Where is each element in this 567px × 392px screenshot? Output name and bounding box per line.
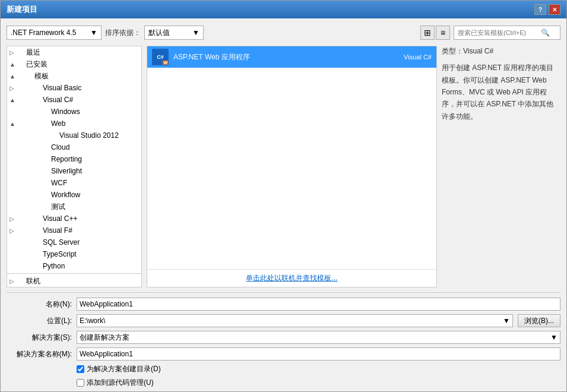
- right-panel-type: 类型：Visual C#: [442, 46, 560, 57]
- search-icon: 🔍: [541, 29, 550, 37]
- checkboxes-row: 为解决方案创建目录(D): [77, 364, 560, 374]
- expand-icon-vfsharp: ▷: [9, 227, 18, 234]
- tree-label-reporting: Reporting: [18, 155, 82, 163]
- name-label: 名称(N):: [7, 299, 72, 309]
- tree-item-silverlight[interactable]: Silverlight: [7, 165, 141, 177]
- expand-icon: ▷: [9, 49, 18, 56]
- expand-icon-installed: ▲: [9, 61, 18, 68]
- online-link-text[interactable]: 单击此处以联机并查找模板...: [246, 274, 337, 282]
- tree-item-vs2012[interactable]: Visual Studio 2012: [7, 129, 141, 141]
- checkbox1-label: 为解决方案创建目录(D): [87, 364, 161, 374]
- solution-select[interactable]: 创建新解决方案 ▼: [77, 331, 560, 344]
- tree-label-cloud: Cloud: [18, 143, 69, 151]
- search-input[interactable]: [458, 29, 541, 36]
- tree-item-vcsharp[interactable]: ▲ Visual C#: [7, 94, 141, 106]
- tree-item-web[interactable]: ▲ Web: [7, 118, 141, 129]
- sort-label: 排序依据：: [105, 28, 141, 38]
- tree-item-templates[interactable]: ▲ 模板: [7, 70, 141, 82]
- solution-name-input[interactable]: [77, 347, 560, 361]
- name-input[interactable]: [77, 298, 560, 311]
- tree-label-python: Python: [18, 262, 65, 270]
- checkbox1-item: 为解决方案创建目录(D): [77, 364, 161, 374]
- tree-item-typescript[interactable]: TypeScript: [7, 248, 141, 260]
- browse-button[interactable]: 浏览(B)...: [518, 314, 560, 327]
- tree-item-vcpp[interactable]: ▷ Visual C++: [7, 213, 141, 225]
- sort-value: 默认值: [148, 28, 170, 38]
- framework-label: .NET Framework 4.5: [11, 29, 76, 37]
- checkboxes-row2: 添加到源代码管理(U): [77, 378, 560, 388]
- tree-label-online: 联机: [18, 276, 40, 286]
- tree-label-vfsharp: Visual F#: [18, 226, 72, 235]
- online-link: 单击此处以联机并查找模板...: [147, 269, 436, 287]
- template-name-aspnet: ASP.NET Web 应用程序: [173, 52, 404, 62]
- tree-item-sql[interactable]: SQL Server: [7, 236, 141, 248]
- location-row: 位置(L): E:\work\ ▼ 浏览(B)...: [7, 314, 560, 327]
- top-toolbar: .NET Framework 4.5 ▼ 排序依据： 默认值 ▼ ⊞ ≡ 🔍: [7, 24, 560, 41]
- tree-item-windows[interactable]: Windows: [7, 106, 141, 118]
- tree-label-templates: 模板: [18, 71, 49, 81]
- grid-view-button[interactable]: ⊞: [420, 26, 435, 40]
- tree-label-vbasic: Visual Basic: [18, 84, 81, 92]
- solution-name-label: 解决方案名称(M):: [7, 349, 72, 359]
- help-button[interactable]: ?: [534, 4, 546, 15]
- new-project-dialog: 新建项目 ? ✕ .NET Framework 4.5 ▼ 排序依据： 默认值 …: [0, 0, 567, 392]
- right-panel-description: 用于创建 ASP.NET 应用程序的项目模板。你可以创建 ASP.NET Web…: [442, 62, 560, 122]
- tree-item-python[interactable]: Python: [7, 260, 141, 272]
- sort-dropdown[interactable]: 默认值 ▼: [144, 26, 204, 40]
- tree-item-online[interactable]: ▷ 联机: [7, 275, 141, 287]
- title-bar: 新建项目 ? ✕: [1, 1, 566, 18]
- solution-name-row: 解决方案名称(M):: [7, 347, 560, 361]
- tree-label-test: 测试: [18, 202, 65, 212]
- solution-label: 解决方案(S):: [7, 333, 72, 343]
- bottom-form: 名称(N): 位置(L): E:\work\ ▼ 浏览(B)... 解决方案(S…: [7, 292, 560, 392]
- create-dir-checkbox[interactable]: [77, 365, 84, 373]
- tree-label-workflow: Workflow: [18, 191, 80, 199]
- framework-dropdown[interactable]: .NET Framework 4.5 ▼: [7, 26, 102, 40]
- search-box[interactable]: 🔍: [454, 26, 560, 40]
- expand-icon-templates: ▲: [9, 73, 18, 80]
- dialog-body: .NET Framework 4.5 ▼ 排序依据： 默认值 ▼ ⊞ ≡ 🔍: [1, 18, 566, 392]
- checkbox2-label: 添加到源代码管理(U): [87, 378, 154, 388]
- tree-item-installed[interactable]: ▲ 已安装: [7, 58, 141, 70]
- template-tag-aspnet: Visual C#: [404, 53, 432, 61]
- dialog-title: 新建项目: [7, 4, 37, 15]
- expand-icon-vcsharp: ▲: [9, 97, 18, 103]
- close-button[interactable]: ✕: [549, 4, 560, 15]
- sort-arrow: ▼: [192, 29, 199, 37]
- middle-panel: C# W ASP.NET Web 应用程序 Visual C# 单击此处以联机并…: [147, 46, 437, 287]
- tree-label-silverlight: Silverlight: [18, 167, 82, 175]
- location-select[interactable]: E:\work\ ▼: [77, 314, 513, 327]
- tree-label-sql: SQL Server: [18, 238, 80, 246]
- template-item-aspnet[interactable]: C# W ASP.NET Web 应用程序 Visual C#: [147, 46, 436, 68]
- add-source-control-checkbox[interactable]: [77, 379, 84, 387]
- list-view-button[interactable]: ≡: [436, 26, 450, 40]
- solution-row: 解决方案(S): 创建新解决方案 ▼: [7, 331, 560, 344]
- tree-label-installed: 已安装: [18, 59, 47, 69]
- tree-item-reporting[interactable]: Reporting: [7, 153, 141, 165]
- location-label: 位置(L):: [7, 316, 72, 326]
- tree-item-wcf[interactable]: WCF: [7, 177, 141, 189]
- tree-item-workflow[interactable]: Workflow: [7, 189, 141, 201]
- framework-arrow: ▼: [90, 29, 97, 37]
- right-panel: 类型：Visual C# 用于创建 ASP.NET 应用程序的项目模板。你可以创…: [442, 46, 560, 287]
- left-panel: ▷ 最近 ▲ 已安装 ▲ 模板 ▷ Visual Basic: [7, 46, 142, 287]
- tree-item-vbasic[interactable]: ▷ Visual Basic: [7, 82, 141, 94]
- expand-icon-vbasic: ▷: [9, 85, 18, 91]
- tree-item-vfsharp[interactable]: ▷ Visual F#: [7, 225, 141, 236]
- view-icons: ⊞ ≡: [420, 26, 450, 40]
- right-panel-content: 类型：Visual C# 用于创建 ASP.NET 应用程序的项目模板。你可以创…: [442, 46, 560, 122]
- tree-label-typescript: TypeScript: [18, 250, 77, 258]
- solution-arrow: ▼: [550, 333, 558, 342]
- template-list: C# W ASP.NET Web 应用程序 Visual C#: [147, 46, 436, 269]
- tree-item-test[interactable]: 测试: [7, 201, 141, 213]
- expand-icon-web: ▲: [9, 121, 18, 127]
- main-content: ▷ 最近 ▲ 已安装 ▲ 模板 ▷ Visual Basic: [7, 46, 560, 287]
- template-icon-aspnet: C# W: [152, 49, 169, 65]
- tree-label-vs2012: Visual Studio 2012: [18, 131, 119, 140]
- tree-item-cloud[interactable]: Cloud: [7, 141, 141, 153]
- tree-label-wcf: WCF: [18, 179, 67, 187]
- checkbox2-item: 添加到源代码管理(U): [77, 378, 154, 388]
- tree-item-recent[interactable]: ▷ 最近: [7, 46, 141, 58]
- location-value: E:\work\: [80, 317, 105, 325]
- solution-value: 创建新解决方案: [80, 333, 129, 343]
